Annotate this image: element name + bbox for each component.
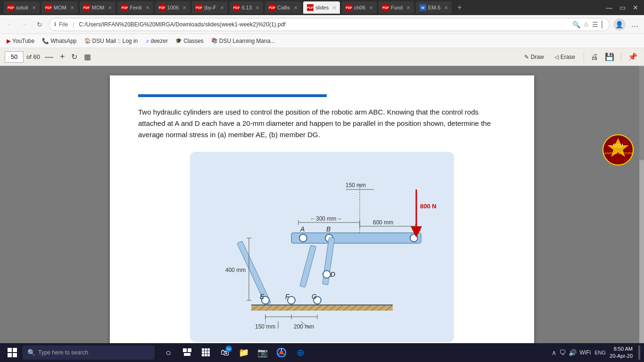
dsu-logo: DSU LEARN TO DISCOVER — [602, 133, 635, 166]
tab-close[interactable]: ✕ — [146, 5, 149, 10]
page-view-button[interactable]: ▦ — [82, 52, 93, 61]
bookmark-deezer[interactable]: ♬ deezer — [142, 37, 171, 45]
apps-grid-button[interactable] — [198, 345, 214, 361]
show-desktop-button[interactable] — [638, 346, 640, 360]
tab-label: EM-5 — [428, 5, 440, 10]
tab-callis[interactable]: PDF Callis ✕ — [265, 1, 301, 14]
tab-613[interactable]: PDF 6.13 ✕ — [230, 1, 263, 14]
deezer-icon: ♬ — [145, 38, 149, 44]
address-input[interactable]: ℹ File | C:/Users/IRFAN%20BEIG%20MIRGA/D… — [49, 18, 610, 31]
chevron-up-icon[interactable]: ∧ — [552, 349, 556, 356]
svg-text:150 mm: 150 mm — [255, 323, 275, 330]
svg-rect-75 — [13, 353, 17, 357]
search-icon[interactable]: 🔍 — [572, 21, 580, 28]
tab-slides[interactable]: PDF slides ✕ — [303, 1, 340, 14]
folder-button[interactable]: 📁 — [236, 345, 252, 361]
tab-label: 6.13 — [242, 5, 252, 10]
tab-em5[interactable]: W EM-5 ✕ — [416, 1, 452, 14]
tab-close[interactable]: ✕ — [220, 5, 224, 10]
bookmark-whatsapp[interactable]: 📞 WhatsApp — [39, 37, 79, 45]
minimize-button[interactable]: — — [604, 3, 614, 12]
classes-icon: 🎓 — [175, 38, 182, 44]
tab-close[interactable]: ✕ — [70, 5, 74, 10]
scrollbar[interactable] — [639, 66, 644, 343]
star-icon[interactable]: ☆ — [583, 21, 589, 28]
zoom-plus-button[interactable]: + — [58, 52, 67, 62]
bookmark-learning[interactable]: 📚 DSU Learning Mana... — [208, 37, 278, 45]
bookmark-classes[interactable]: 🎓 Classes — [173, 37, 206, 45]
tab-close[interactable]: ✕ — [406, 5, 410, 10]
search-placeholder: Type here to search — [38, 349, 88, 356]
cortana-button[interactable]: ○ — [160, 345, 176, 361]
fit-page-button[interactable]: ↻ — [69, 52, 79, 61]
system-tray: ∧ 🗨 🔊 WiFi ENG 8:50 AM 20-Apr-20 — [552, 346, 640, 360]
erase-button[interactable]: ◁ Erase — [551, 52, 579, 62]
address-actions: 🔍 ☆ ☰ ⎢ — [572, 21, 604, 28]
tab-mom2[interactable]: PDF MOM ✕ — [80, 1, 116, 14]
browser-button[interactable] — [273, 345, 289, 361]
refresh-button[interactable]: ↻ — [34, 19, 45, 30]
bookmark-label: YouTube — [12, 38, 34, 44]
volume-icon[interactable]: 🔊 — [569, 349, 577, 356]
bookmark-youtube[interactable]: ▶ YouTube — [4, 37, 37, 45]
bookmark-label: DSU Mail :: Log in — [92, 38, 138, 44]
problem-text: Two hydraulic cylinders are used to cont… — [138, 107, 506, 140]
svg-text:A: A — [300, 225, 305, 233]
screenshot-icon[interactable]: ⎢ — [601, 21, 604, 28]
camera-button[interactable]: 📷 — [255, 345, 271, 361]
tab-close[interactable]: ✕ — [444, 5, 448, 10]
profile-button[interactable]: 👤 — [613, 18, 626, 31]
tab-close[interactable]: ✕ — [182, 5, 186, 10]
collection-icon[interactable]: ☰ — [592, 21, 598, 28]
svg-rect-74 — [8, 353, 12, 357]
draw-button[interactable]: ✎ Draw — [520, 52, 548, 62]
zoom-minus-button[interactable]: — — [43, 52, 55, 62]
tab-ferdi[interactable]: PDF Ferdi ✕ — [117, 1, 153, 14]
maximize-button[interactable]: ▭ — [618, 3, 627, 12]
store-button[interactable]: 🛍 30 — [217, 345, 233, 361]
scrollbar-thumb[interactable] — [639, 66, 644, 160]
pdf-icon: PDF — [45, 4, 52, 11]
language-indicator[interactable]: ENG — [594, 350, 606, 355]
date-display: 20-Apr-20 — [610, 353, 633, 360]
clock[interactable]: 8:50 AM 20-Apr-20 — [610, 346, 633, 360]
search-icon: 🔍 — [27, 349, 35, 356]
close-button[interactable]: ✕ — [631, 3, 640, 12]
tab-close[interactable]: ✕ — [256, 5, 259, 10]
print-button[interactable]: 🖨 — [589, 53, 600, 61]
tab-close[interactable]: ✕ — [332, 5, 336, 10]
page-number-input[interactable]: 50 — [5, 51, 24, 63]
extensions-button[interactable]: ... — [629, 19, 640, 29]
tab-close[interactable]: ✕ — [108, 5, 112, 10]
notification-icon[interactable]: 🗨 — [559, 349, 566, 356]
forward-button[interactable]: → — [19, 19, 30, 30]
tab-close[interactable]: ✕ — [369, 5, 373, 10]
tab-ch06[interactable]: PDF ch06 ✕ — [342, 1, 377, 14]
tab-soluti[interactable]: PDF soluti ✕ — [4, 1, 40, 14]
window-controls: — ▭ ✕ — [604, 3, 640, 12]
tab-label: (by-F — [204, 5, 216, 10]
pdf-icon: PDF — [269, 4, 275, 11]
tab-fund[interactable]: PDF Fund ✕ — [379, 1, 414, 14]
back-button[interactable]: ← — [4, 19, 15, 30]
tab-byf[interactable]: PDF (by-F ✕ — [192, 1, 228, 14]
svg-line-92 — [278, 354, 280, 355]
badge-count: 30 — [225, 346, 232, 352]
tab-mom1[interactable]: PDF MOM ✕ — [41, 1, 78, 14]
tab-1006[interactable]: PDF 1006 ✕ — [155, 1, 190, 14]
svg-text:←300 mm→: ←300 mm→ — [310, 215, 342, 222]
task-view-button[interactable] — [179, 345, 195, 361]
file-label: File — [59, 21, 68, 28]
search-box[interactable]: 🔍 Type here to search — [23, 346, 155, 360]
pin-button[interactable]: 📌 — [626, 52, 639, 61]
tab-close[interactable]: ✕ — [32, 5, 36, 10]
start-button[interactable] — [4, 344, 21, 361]
save-button[interactable]: 💾 — [603, 52, 616, 61]
edge-button[interactable]: ⊕ — [292, 345, 308, 361]
tab-new[interactable]: + — [454, 1, 465, 14]
wifi-icon[interactable]: WiFi — [579, 349, 591, 356]
tab-close[interactable]: ✕ — [294, 5, 297, 10]
bookmark-dsu[interactable]: 🏠 DSU Mail :: Log in — [82, 37, 141, 45]
tab-label: ch06 — [354, 5, 365, 10]
svg-text:150 mm: 150 mm — [346, 182, 366, 189]
